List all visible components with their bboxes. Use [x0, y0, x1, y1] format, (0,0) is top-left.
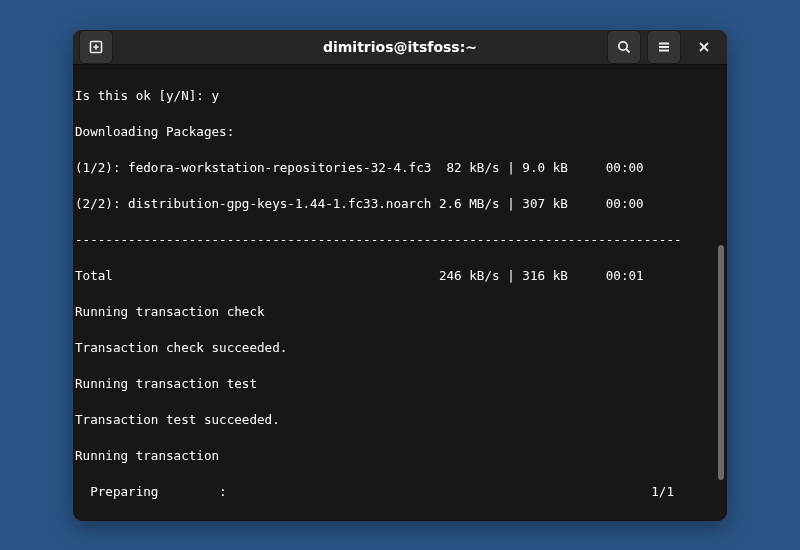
output-line: (2/2): distribution-gpg-keys-1.44-1.fc33… — [73, 195, 715, 213]
output-line: Running transaction test — [73, 375, 715, 393]
window-title: dimitrios@itsfoss:~ — [323, 39, 477, 55]
output-line: Is this ok [y/N]: y — [73, 87, 715, 105]
output-line: (1/2): fedora-workstation-repositories-3… — [73, 159, 715, 177]
output-line: Total 246 kB/s | 316 kB 00:01 — [73, 267, 715, 285]
terminal-window: dimitrios@itsfoss:~ — [73, 30, 727, 521]
output-line: Running transaction — [73, 447, 715, 465]
output-line: Running transaction check — [73, 303, 715, 321]
output-line: Transaction check succeeded. — [73, 339, 715, 357]
output-line: Preparing : 1/1 — [73, 483, 715, 501]
close-button[interactable] — [687, 30, 721, 64]
new-tab-button[interactable] — [79, 30, 113, 64]
output-line: Installing : distribution-gpg-keys-1.44-… — [73, 519, 715, 521]
search-button[interactable] — [607, 30, 641, 64]
svg-point-3 — [619, 41, 627, 49]
terminal-output[interactable]: Is this ok [y/N]: y Downloading Packages… — [73, 65, 715, 521]
output-line: Downloading Packages: — [73, 123, 715, 141]
scrollbar-thumb[interactable] — [718, 245, 724, 480]
scrollbar[interactable] — [715, 65, 727, 521]
svg-line-4 — [626, 49, 629, 52]
titlebar: dimitrios@itsfoss:~ — [73, 30, 727, 65]
terminal-body[interactable]: Is this ok [y/N]: y Downloading Packages… — [73, 65, 727, 521]
output-line: ----------------------------------------… — [73, 231, 715, 249]
output-line: Transaction test succeeded. — [73, 411, 715, 429]
menu-button[interactable] — [647, 30, 681, 64]
